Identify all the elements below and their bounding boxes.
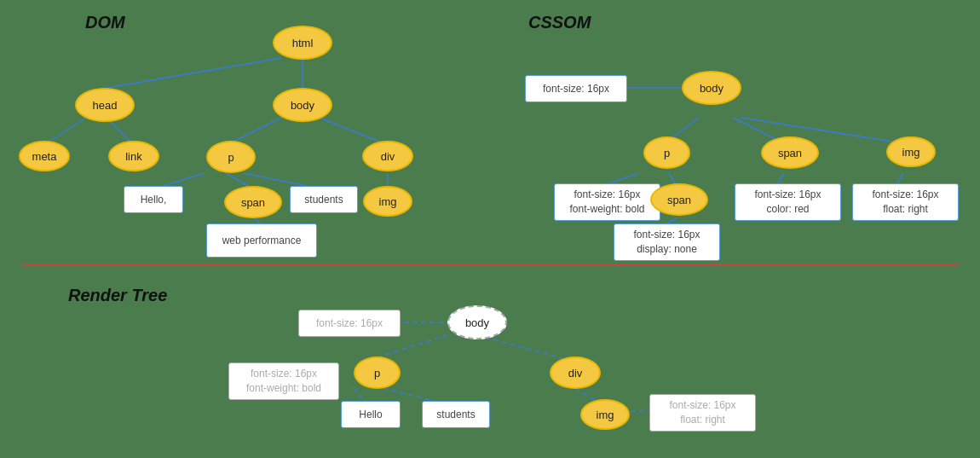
- render-tree-title: Render Tree: [68, 286, 167, 305]
- render-students-rect: students: [422, 401, 490, 428]
- cssom-rule-span-outer-rect: font-size: 16pxcolor: red: [735, 183, 841, 221]
- cssom-span-outer-node: span: [761, 136, 819, 169]
- dom-html-node: html: [273, 26, 332, 60]
- cssom-body-node: body: [682, 71, 741, 105]
- dom-div-node: div: [362, 141, 413, 171]
- cssom-rule-img-rect: font-size: 16pxfloat: right: [852, 183, 959, 221]
- dom-students-rect: students: [290, 186, 358, 213]
- render-rule-body-rect: font-size: 16px: [298, 310, 401, 337]
- render-p-node: p: [354, 357, 401, 389]
- cssom-rule-p-rect: font-size: 16pxfont-weight: bold: [554, 183, 660, 221]
- render-div-node: div: [550, 357, 601, 389]
- cssom-rule-body-rect: font-size: 16px: [525, 75, 627, 102]
- cssom-img-node: img: [886, 136, 936, 167]
- dom-img-node: img: [363, 186, 412, 217]
- cssom-span-inner-node: span: [650, 183, 708, 216]
- render-img-node: img: [580, 399, 630, 430]
- dom-head-node: head: [75, 88, 135, 122]
- dom-title: DOM: [85, 13, 125, 32]
- dom-meta-node: meta: [19, 141, 70, 171]
- render-rule-img-rect: font-size: 16pxfloat: right: [649, 394, 756, 432]
- cssom-p-node: p: [643, 136, 690, 169]
- render-hello-rect: Hello: [341, 401, 401, 428]
- cssom-title: CSSOM: [528, 13, 591, 32]
- section-divider: [21, 264, 959, 265]
- dom-link-node: link: [108, 141, 159, 171]
- dom-body-node: body: [273, 88, 332, 122]
- cssom-rule-span-inner-rect: font-size: 16pxdisplay: none: [614, 223, 720, 261]
- dom-span-node: span: [224, 186, 282, 218]
- dom-web-performance-rect: web performance: [206, 223, 317, 258]
- render-rule-p-rect: font-size: 16pxfont-weight: bold: [228, 362, 339, 400]
- render-body-node: body: [447, 305, 507, 339]
- dom-p-node: p: [206, 141, 256, 173]
- dom-hello-rect: Hello,: [124, 186, 183, 213]
